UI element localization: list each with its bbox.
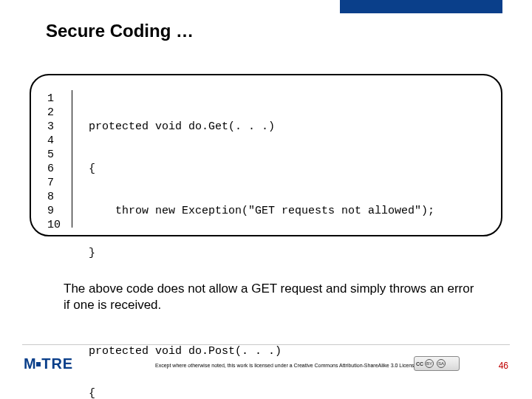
- line-number: 6: [47, 162, 72, 176]
- code-column: protected void do.Get(. . .) { throw new…: [72, 90, 501, 228]
- slide-root: Secure Coding … 1 2 3 4 5 6 7 8 9 10 pro…: [0, 0, 532, 399]
- line-number: 9: [47, 204, 72, 218]
- code-line: protected void do.Get(. . .): [89, 120, 494, 134]
- logo-square-icon: [36, 362, 41, 366]
- code-flex: 1 2 3 4 5 6 7 8 9 10 protected void do.G…: [31, 90, 501, 228]
- cc-badge: CC BY SA: [414, 356, 460, 371]
- line-number: 5: [47, 148, 72, 162]
- line-number: 1: [47, 92, 72, 106]
- code-line: }: [89, 246, 494, 260]
- license-text: Except where otherwise noted, this work …: [155, 363, 417, 368]
- footer-divider: [22, 344, 510, 345]
- logo-letter-m: M: [24, 355, 36, 372]
- code-line: {: [89, 162, 494, 176]
- line-number: 2: [47, 106, 72, 120]
- line-number: 3: [47, 120, 72, 134]
- line-number: 8: [47, 190, 72, 204]
- cc-sa-icon: SA: [437, 359, 446, 368]
- line-number: 7: [47, 176, 72, 190]
- line-number-column: 1 2 3 4 5 6 7 8 9 10: [31, 90, 72, 228]
- code-box: 1 2 3 4 5 6 7 8 9 10 protected void do.G…: [30, 74, 502, 236]
- page-number: 46: [499, 361, 508, 371]
- top-accent-bar: [340, 0, 502, 13]
- logo-letters-tre: TRE: [41, 355, 73, 372]
- line-number: 10: [47, 218, 72, 232]
- cc-by-icon: BY: [425, 359, 434, 368]
- mitre-logo: M TRE: [24, 355, 73, 372]
- caption-text: The above code does not allow a GET requ…: [64, 281, 477, 313]
- code-line: {: [89, 386, 494, 399]
- code-line: throw new Exception("GET requests not al…: [89, 204, 494, 218]
- line-number: 4: [47, 134, 72, 148]
- slide-title: Secure Coding …: [46, 21, 194, 41]
- cc-label: CC: [416, 361, 423, 366]
